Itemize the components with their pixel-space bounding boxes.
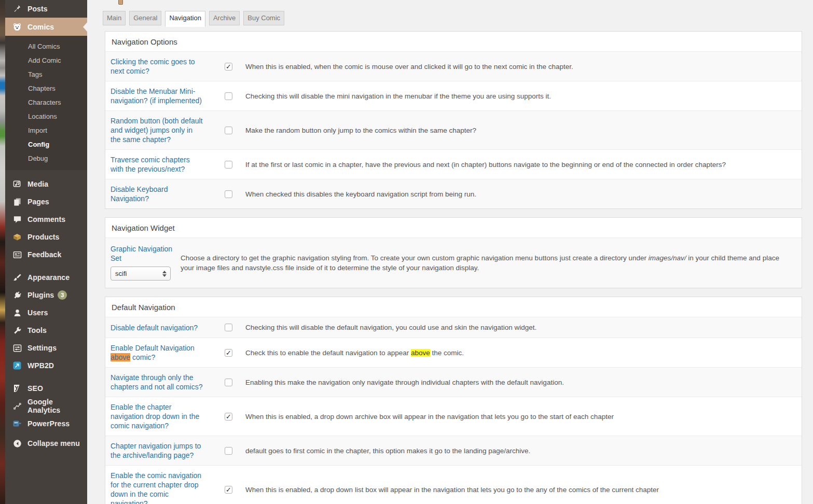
sidebar-item-label: SEO bbox=[27, 384, 43, 393]
sidebar-item-google-analytics[interactable]: Google Analytics bbox=[5, 397, 87, 415]
option-description: Checking this will disable the mini navi… bbox=[245, 86, 802, 106]
option-row-disable-menubar-mini-nav: Disable the Menubar Mini-navigation? (if… bbox=[105, 81, 802, 110]
cropped-page-icon bbox=[118, 0, 123, 5]
sidebar-item-seo[interactable]: SEO bbox=[5, 380, 87, 397]
option-row-chapter-jumps-archive: Chapter navigation jumps to the archive/… bbox=[105, 436, 802, 465]
checkbox-click-next-comic[interactable]: ✓ bbox=[225, 63, 232, 71]
submenu-item-import[interactable]: Import bbox=[5, 123, 87, 137]
option-row-random-same-chapter: Random button (both default and widget) … bbox=[105, 110, 802, 149]
submenu-item-tags[interactable]: Tags bbox=[5, 67, 87, 81]
sidebar-item-label: Pages bbox=[27, 198, 49, 206]
collapse-menu-button[interactable]: Collapse menu bbox=[5, 435, 87, 452]
sidebar-item-comics[interactable]: Comics bbox=[5, 18, 87, 36]
comics-submenu: All Comics Add Comic Tags Chapters Chara… bbox=[5, 36, 87, 170]
sidebar-item-label: Tools bbox=[27, 326, 47, 334]
option-row-chapter-dropdown: Enable the chapter navigation drop down … bbox=[105, 397, 802, 436]
option-label: Disable Keyboard Navigation? bbox=[105, 179, 225, 208]
sidebar-item-posts[interactable]: Posts bbox=[5, 0, 87, 18]
sidebar-item-settings[interactable]: Settings bbox=[5, 339, 87, 357]
submenu-item-locations[interactable]: Locations bbox=[5, 109, 87, 123]
option-row-disable-keyboard-nav: Disable Keyboard Navigation? When checke… bbox=[105, 179, 802, 208]
submenu-item-characters[interactable]: Characters bbox=[5, 95, 87, 109]
comics-bear-icon bbox=[12, 22, 22, 32]
sidebar-item-feedback[interactable]: Feedback bbox=[5, 246, 87, 263]
submenu-item-chapters[interactable]: Chapters bbox=[5, 81, 87, 95]
sidebar-item-appearance[interactable]: Appearance bbox=[5, 269, 87, 286]
sidebar-item-label: Plugins bbox=[27, 291, 54, 299]
option-row-navigate-chapters-only: Navigate through only the chapters and n… bbox=[105, 367, 802, 397]
sidebar-item-label: PowerPress bbox=[27, 419, 70, 428]
sidebar-item-products[interactable]: Products bbox=[5, 228, 87, 246]
sidebar-item-wpb2d[interactable]: WPB2D bbox=[5, 357, 87, 374]
option-description: Checking this will disable the default n… bbox=[245, 317, 802, 338]
find-highlight-match: above bbox=[411, 349, 430, 357]
wrench-icon bbox=[12, 326, 22, 335]
submenu-item-debug[interactable]: Debug bbox=[5, 151, 87, 165]
option-row-disable-default-nav: Disable default navigation? Checking thi… bbox=[105, 317, 802, 338]
checkbox-chapter-jumps-archive[interactable] bbox=[225, 447, 232, 455]
plugins-update-badge: 3 bbox=[58, 290, 67, 300]
site-background-sliver bbox=[0, 0, 5, 504]
powerpress-icon bbox=[12, 419, 22, 428]
graphic-navigation-set-select[interactable]: scifi bbox=[111, 267, 171, 281]
option-label: Chapter navigation jumps to the archive/… bbox=[105, 436, 225, 465]
checkbox-comic-dropdown-current-chapter[interactable]: ✓ bbox=[225, 486, 232, 494]
sidebar-item-label: Comments bbox=[27, 215, 65, 223]
option-description: Enabling this make the navigation only n… bbox=[245, 372, 802, 393]
tab-archive[interactable]: Archive bbox=[209, 11, 240, 25]
checkbox-random-same-chapter[interactable] bbox=[225, 127, 232, 134]
checkbox-traverse-chapters[interactable] bbox=[225, 161, 232, 169]
checkbox-disable-default-nav[interactable] bbox=[225, 324, 232, 331]
option-description: When this is enabled, a drop down list b… bbox=[245, 480, 802, 500]
checkbox-navigate-chapters-only[interactable] bbox=[225, 379, 232, 386]
sidebar-item-powerpress[interactable]: PowerPress bbox=[5, 415, 87, 432]
option-label: Navigate through only the chapters and n… bbox=[105, 368, 225, 397]
navigation-widget-panel: Navigation Widget Graphic Navigation Set… bbox=[105, 217, 802, 288]
panel-title: Navigation Widget bbox=[105, 218, 802, 237]
settings-sliders-icon bbox=[12, 343, 22, 353]
tab-general[interactable]: General bbox=[129, 11, 161, 25]
option-description: default goes to first comic in the chapt… bbox=[245, 441, 802, 461]
sidebar-item-plugins[interactable]: Plugins 3 bbox=[5, 286, 87, 304]
sidebar-item-users[interactable]: Users bbox=[5, 304, 87, 321]
sidebar-item-label: Collapse menu bbox=[27, 439, 80, 447]
sidebar-item-comments[interactable]: Comments bbox=[5, 211, 87, 228]
sidebar-item-tools[interactable]: Tools bbox=[5, 321, 87, 339]
sidebar-item-label: WPB2D bbox=[27, 361, 54, 370]
option-label: Enable the comic navigation for the curr… bbox=[105, 466, 225, 504]
submenu-item-add-comic[interactable]: Add Comic bbox=[5, 53, 87, 67]
submenu-item-all-comics[interactable]: All Comics bbox=[5, 39, 87, 53]
sidebar-item-label: Media bbox=[27, 180, 48, 188]
checkbox-disable-keyboard-nav[interactable] bbox=[225, 190, 232, 198]
select-value: scifi bbox=[115, 270, 127, 277]
option-label: Random button (both default and widget) … bbox=[105, 111, 225, 149]
admin-sidebar: Posts Comics All Comics Add Comic Tags C… bbox=[5, 0, 87, 504]
option-label: Enable the chapter navigation drop down … bbox=[105, 397, 225, 436]
option-description: When this is enabled, a drop down archiv… bbox=[245, 407, 802, 427]
tab-navigation[interactable]: Navigation bbox=[165, 11, 205, 27]
sidebar-item-pages[interactable]: Pages bbox=[5, 193, 87, 211]
sidebar-item-label: Feedback bbox=[27, 250, 61, 259]
sidebar-item-label: Google Analytics bbox=[27, 398, 87, 414]
option-description: Choose a directory to get the graphic na… bbox=[181, 248, 802, 278]
submenu-item-config[interactable]: Config bbox=[5, 137, 87, 151]
option-row-enable-nav-above-comic: Enable Default Navigation above comic? ✓… bbox=[105, 338, 802, 367]
panel-title: Default Navigation bbox=[105, 297, 802, 317]
option-label: Graphic Navigation Set bbox=[111, 244, 175, 263]
checkbox-chapter-dropdown[interactable]: ✓ bbox=[225, 413, 232, 421]
option-row-graphic-navigation-set: Graphic Navigation Set scifi Choose a di… bbox=[105, 237, 802, 288]
option-label: Disable default navigation? bbox=[105, 318, 225, 338]
option-row-comic-dropdown-current-chapter: Enable the comic navigation for the curr… bbox=[105, 465, 802, 504]
tab-buy-comic[interactable]: Buy Comic bbox=[243, 11, 284, 25]
checkbox-disable-menubar-mini-nav[interactable] bbox=[225, 92, 232, 100]
plug-icon bbox=[12, 290, 22, 300]
option-description: Check this to enable the default navigat… bbox=[245, 343, 802, 363]
checkbox-enable-nav-above-comic[interactable]: ✓ bbox=[225, 349, 232, 357]
media-icon bbox=[12, 179, 22, 189]
sidebar-item-media[interactable]: Media bbox=[5, 175, 87, 193]
option-description: When checked this disables the keyboard … bbox=[245, 184, 802, 204]
sidebar-item-label: Appearance bbox=[27, 273, 70, 282]
option-description: Make the random button only jump to the … bbox=[245, 120, 802, 141]
user-icon bbox=[12, 308, 22, 317]
tab-main[interactable]: Main bbox=[103, 11, 126, 25]
